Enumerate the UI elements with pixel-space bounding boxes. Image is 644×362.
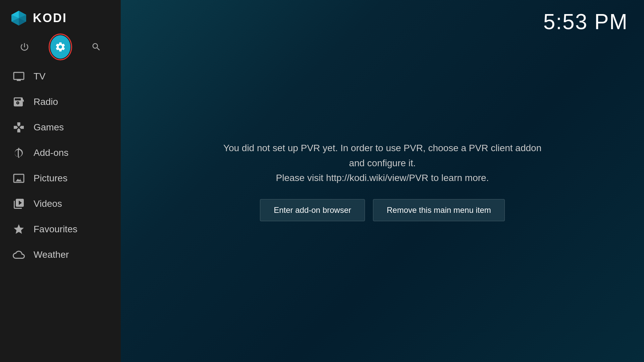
sidebar-header: KODI xyxy=(0,0,121,34)
sidebar-item-pictures[interactable]: Pictures xyxy=(0,166,121,191)
sidebar-item-videos-label: Videos xyxy=(34,198,62,209)
pvr-button-row: Enter add-on browser Remove this main me… xyxy=(260,199,505,221)
remove-menu-item-button[interactable]: Remove this main menu item xyxy=(373,199,505,221)
pvr-message-line2: Please visit http://kodi.wiki/view/PVR t… xyxy=(276,173,489,183)
sidebar-item-radio[interactable]: Radio xyxy=(0,89,121,115)
weather-icon xyxy=(12,248,25,261)
games-icon xyxy=(12,121,25,134)
sidebar-item-games-label: Games xyxy=(34,122,64,133)
radio-icon xyxy=(12,95,25,109)
pvr-message: You did not set up PVR yet. In order to … xyxy=(215,141,550,186)
search-button[interactable] xyxy=(86,37,106,57)
sidebar-item-radio-label: Radio xyxy=(34,97,58,107)
sidebar-item-addons-label: Add-ons xyxy=(34,147,68,158)
sidebar-item-favourites-label: Favourites xyxy=(34,224,77,235)
sidebar-item-tv-label: TV xyxy=(34,71,46,82)
sidebar-item-tv[interactable]: TV xyxy=(0,64,121,89)
main-content: 5:53 PM You did not set up PVR yet. In o… xyxy=(121,0,644,362)
sidebar-item-weather-label: Weather xyxy=(34,249,69,260)
videos-icon xyxy=(12,197,25,210)
sidebar-item-videos[interactable]: Videos xyxy=(0,191,121,217)
sidebar-item-addons[interactable]: Add-ons xyxy=(0,140,121,166)
pvr-message-line1: You did not set up PVR yet. In order to … xyxy=(223,143,541,168)
sidebar-nav: TV Radio Games Add-o xyxy=(0,64,121,362)
kodi-logo-icon xyxy=(10,9,28,27)
pictures-icon xyxy=(12,172,25,185)
power-button[interactable] xyxy=(14,37,35,57)
sidebar-item-weather[interactable]: Weather xyxy=(0,242,121,267)
kodi-title: KODI xyxy=(33,11,67,25)
tv-icon xyxy=(12,70,25,83)
sidebar-icon-row xyxy=(0,34,121,64)
sidebar-item-games[interactable]: Games xyxy=(0,115,121,140)
settings-button[interactable] xyxy=(50,37,70,57)
sidebar: KODI xyxy=(0,0,121,362)
enter-addon-browser-button[interactable]: Enter add-on browser xyxy=(260,199,365,221)
clock-display: 5:53 PM xyxy=(543,9,628,34)
settings-circle xyxy=(50,35,70,59)
addons-icon xyxy=(12,146,25,160)
sidebar-item-pictures-label: Pictures xyxy=(34,173,67,184)
favourites-icon xyxy=(12,223,25,236)
sidebar-item-favourites[interactable]: Favourites xyxy=(0,217,121,242)
pvr-content-area: You did not set up PVR yet. In order to … xyxy=(188,141,577,221)
